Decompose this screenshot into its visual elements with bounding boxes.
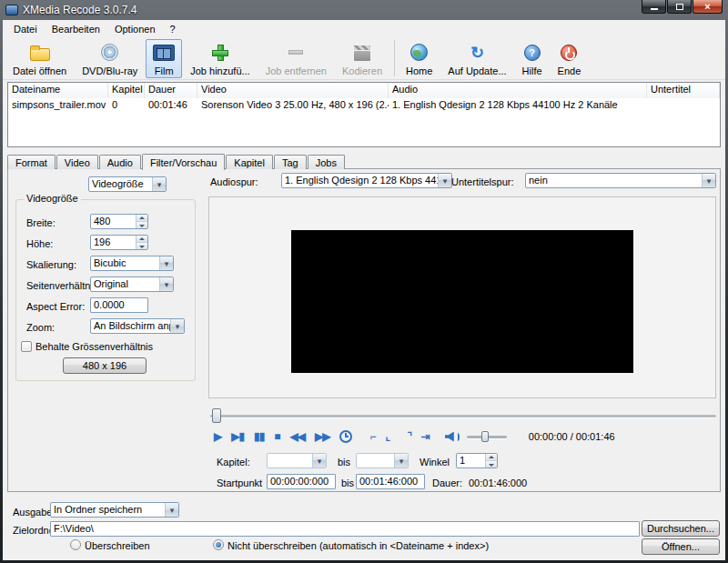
menu-datei[interactable]: Datei	[6, 22, 45, 36]
set-endpoint-button[interactable]: ⌝	[407, 430, 411, 443]
kapitel-bis-select	[356, 453, 409, 468]
durchsuchen-button[interactable]: Durchsuchen...	[642, 520, 720, 537]
spin-down-icon[interactable]	[136, 243, 147, 249]
seitenverhaeltnis-select[interactable]: Original	[90, 276, 174, 292]
step-forward-button[interactable]: ▶▮	[231, 430, 244, 443]
behalte-groessenverhaeltnis-checkbox[interactable]	[21, 341, 32, 352]
titlebar[interactable]: XMedia Recode 3.0.7.4 ×	[0, 0, 728, 20]
toolbar-button-hilfe[interactable]: Hilfe	[515, 39, 550, 78]
spin-up-icon[interactable]	[486, 454, 497, 461]
spin-up-icon[interactable]	[136, 215, 147, 222]
tab-jobs[interactable]: Jobs	[308, 155, 345, 169]
column-header-dauer[interactable]: Dauer	[145, 83, 197, 98]
column-header-untertitel[interactable]: Untertitel	[647, 83, 720, 98]
skalierung-select[interactable]: Bicubic	[90, 256, 174, 271]
minimize-button[interactable]	[642, 0, 666, 14]
chevron-down-icon[interactable]	[165, 503, 178, 517]
toolbar-button-auf-update[interactable]: Auf Update...	[440, 39, 513, 78]
kapitel-label: Kapitel:	[217, 457, 250, 467]
toolbar-button-dvd-bluray[interactable]: DVD/Blu-ray	[75, 39, 145, 78]
spinner-buttons	[485, 454, 497, 467]
breite-input[interactable]: 480	[90, 214, 148, 229]
aspect-error-label: Aspect Error:	[26, 301, 85, 312]
tab-video[interactable]: Video	[56, 155, 98, 169]
skalierung-value: Bicubic	[91, 256, 159, 270]
disc-iconbox	[101, 42, 118, 64]
chevron-down-icon[interactable]	[170, 319, 184, 333]
untertitelspur-select[interactable]: nein	[525, 173, 716, 188]
aspect-error-input[interactable]: 0.0000	[90, 297, 148, 313]
column-header-dateiname[interactable]: Dateiname	[8, 83, 108, 98]
pause-button[interactable]: ▮▮	[254, 430, 264, 443]
seek-thumb[interactable]	[212, 408, 221, 423]
chevron-down-icon[interactable]	[152, 177, 166, 191]
tab-tag[interactable]: Tag	[274, 155, 307, 169]
toolbar-button-ende[interactable]: Ende	[551, 39, 589, 78]
chevron-down-icon[interactable]	[702, 174, 715, 187]
spin-down-icon[interactable]	[136, 222, 147, 228]
stop-button[interactable]: ■	[274, 430, 279, 443]
column-header-video[interactable]: Video	[197, 83, 389, 98]
filter-preset-select[interactable]: Videogröße	[88, 176, 167, 192]
endpunkt-input[interactable]: 00:01:46:000	[356, 474, 425, 489]
play-button[interactable]: ▶	[214, 430, 221, 443]
chevron-down-icon[interactable]	[159, 277, 173, 291]
power-icon	[561, 45, 577, 61]
goto-start-button[interactable]: ⌐	[369, 430, 375, 443]
tab-kapitel[interactable]: Kapitel	[226, 155, 273, 169]
untertitelspur-label: Untertitelspur:	[451, 176, 513, 187]
chevron-down-icon[interactable]	[159, 256, 173, 270]
size-button[interactable]: 480 x 196	[63, 357, 147, 374]
tab-format[interactable]: Format	[7, 155, 56, 169]
timer-button[interactable]	[339, 430, 352, 443]
toolbar-label: Hilfe	[522, 65, 542, 76]
toolbar-button-home[interactable]: Home	[399, 39, 440, 78]
file-list[interactable]: Dateiname Kapitel Dauer Video Audio Unte…	[7, 82, 721, 147]
zoom-select[interactable]: An Bildschirm anpasse	[90, 318, 185, 334]
goto-end-button[interactable]: ⇥	[421, 430, 430, 443]
volume-thumb[interactable]	[481, 431, 489, 442]
volume-icon[interactable]	[445, 432, 460, 442]
spin-down-icon[interactable]	[486, 461, 497, 467]
maximize-button[interactable]	[667, 0, 692, 14]
video-preview[interactable]	[291, 230, 633, 373]
column-header-audio[interactable]: Audio	[389, 83, 647, 98]
zielordner-input[interactable]: F:\Video\	[50, 521, 640, 537]
oeffnen-button[interactable]: Öffnen...	[642, 538, 720, 555]
toolbar-button-datei-oeffnen[interactable]: Datei öffnen	[5, 39, 74, 78]
ueberschreiben-radio[interactable]	[70, 539, 81, 550]
minus-iconbox	[288, 42, 303, 64]
fast-forward-button[interactable]: ▶▶	[315, 430, 329, 443]
spin-up-icon[interactable]	[136, 236, 147, 243]
tab-audio[interactable]: Audio	[99, 155, 141, 169]
nicht-ueberschreiben-radio[interactable]	[213, 539, 224, 550]
winkel-stepper[interactable]: 1	[456, 453, 498, 468]
toolbar-button-film[interactable]: Film	[146, 39, 182, 78]
menu-optionen[interactable]: Optionen	[107, 22, 163, 36]
menu-hilfe[interactable]: ?	[163, 22, 183, 36]
startpunkt-input[interactable]: 00:00:00:000	[267, 474, 336, 489]
audiospur-select[interactable]: 1. English Qdesign 2 128 Kbps 44100	[281, 173, 452, 188]
tab-filter-vorschau[interactable]: Filter/Vorschau	[142, 154, 225, 170]
toolbar-label: DVD/Blu-ray	[82, 65, 137, 76]
tab-strip: Format Video Audio Filter/Vorschau Kapit…	[7, 153, 346, 169]
toolbar-label: Job hinzufü...	[190, 65, 249, 76]
chevron-down-icon[interactable]	[438, 174, 451, 187]
ausgabe-select[interactable]: In Ordner speichern	[50, 502, 179, 518]
dauer-value: 00:01:46:000	[469, 478, 527, 488]
hoehe-input[interactable]: 196	[90, 235, 148, 250]
toolbar-button-job-hinzufuegen[interactable]: Job hinzufü...	[183, 39, 257, 78]
column-header-kapitel[interactable]: Kapitel	[108, 83, 145, 98]
table-row[interactable]: simpsons_trailer.mov 0 00:01:46 Sorenson…	[8, 98, 720, 113]
menu-bearbeiten[interactable]: Bearbeiten	[45, 22, 107, 36]
close-button[interactable]: ×	[693, 0, 723, 14]
volume-slider[interactable]	[467, 429, 507, 444]
speaker-body-icon	[445, 432, 454, 442]
rewind-button[interactable]: ◀◀	[290, 430, 305, 443]
hoehe-label: Höhe:	[26, 238, 53, 249]
ausgabe-label: Ausgabe:	[13, 507, 55, 518]
file-list-header: Dateiname Kapitel Dauer Video Audio Unte…	[8, 83, 720, 98]
help-icon	[524, 45, 541, 61]
set-startpoint-button[interactable]: ⌞	[386, 430, 390, 443]
seek-slider[interactable]	[210, 408, 716, 424]
